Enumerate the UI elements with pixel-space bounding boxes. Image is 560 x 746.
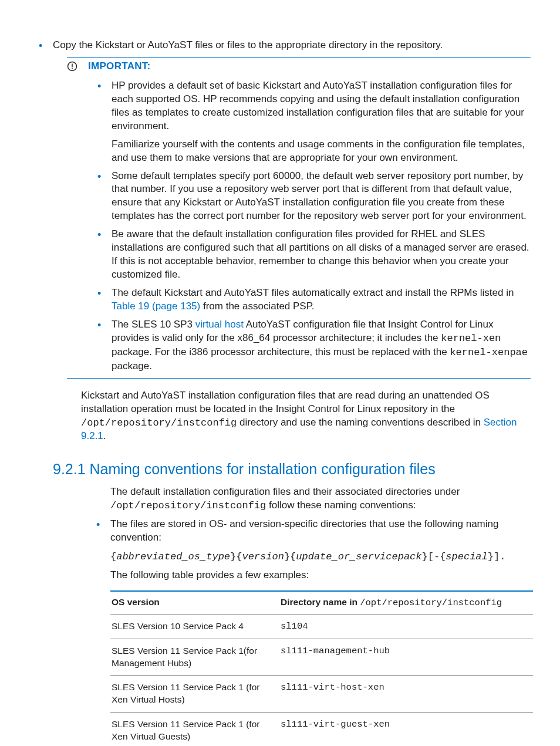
text: The SLES 10 SP3: [112, 319, 195, 330]
paragraph: The default installation configuration f…: [110, 485, 531, 513]
code: kernel-xenpae: [450, 347, 528, 358]
text: .: [103, 430, 106, 441]
code: /opt/repository/instconfig: [110, 500, 266, 511]
text: The default installation configuration f…: [110, 486, 460, 497]
brace: }{: [230, 551, 242, 562]
table-reference-link[interactable]: Table 19 (page 135): [112, 301, 200, 312]
brace: }].: [488, 551, 506, 562]
list-item: Be aware that the default installation c…: [88, 228, 531, 282]
os-version-cell: SLES Version 11 Service Pack 1 (for Xen …: [110, 676, 279, 713]
code: /opt/repository/instconfig: [360, 598, 502, 608]
alert-icon: [67, 61, 77, 72]
code: /opt/repository/instconfig: [81, 417, 237, 428]
directory-cell: sl111-management-hub: [279, 639, 533, 676]
os-version-cell: SLES Version 11 Service Pack 1 (for Xen …: [110, 713, 279, 746]
glossary-term[interactable]: virtual host: [195, 319, 244, 330]
placeholder: update_or_servicepack: [296, 551, 421, 562]
os-version-cell: SLES Version 11 Service Pack 1(for Manag…: [110, 639, 279, 676]
text: Kickstart and AutoYaST installation conf…: [81, 390, 490, 414]
paragraph: The following table provides a few examp…: [110, 569, 531, 582]
brace: }{: [284, 551, 296, 562]
naming-pattern: {abbreviated_os_type}{version}{update_or…: [110, 551, 531, 564]
text: from the associated PSP.: [200, 301, 314, 312]
placeholder: special: [446, 551, 487, 562]
section-heading: 9.2.1 Naming conventions for installatio…: [53, 460, 531, 480]
text: follow these naming conventions:: [266, 499, 416, 511]
list-item: Copy the Kickstart or AutoYaST files or …: [29, 39, 531, 52]
divider: [67, 57, 531, 58]
naming-examples-table: OS version Directory name in /opt/reposi…: [110, 590, 533, 746]
list-item: HP provides a default set of basic Kicks…: [88, 79, 531, 165]
list-item: The default Kickstart and AutoYaST files…: [88, 286, 531, 313]
text: package. For the i386 processor architec…: [112, 346, 450, 357]
paragraph: HP provides a default set of basic Kicks…: [112, 79, 531, 133]
text: Directory name in: [281, 597, 360, 607]
brace: }[-{: [422, 551, 446, 562]
svg-rect-2: [72, 68, 73, 69]
table-row: SLES Version 11 Service Pack 1(for Manag…: [110, 639, 533, 676]
section-bullet-list: The files are stored in OS- and version-…: [87, 518, 531, 746]
important-header-row: IMPORTANT:: [67, 60, 531, 76]
brace: {: [110, 551, 116, 562]
list-item: The SLES 10 SP3 virtual host AutoYaST co…: [88, 318, 531, 373]
table-header: OS version: [110, 591, 279, 614]
divider: [67, 378, 531, 379]
directory-cell: sl111-virt-host-xen: [279, 676, 533, 713]
important-label: IMPORTANT:: [88, 60, 531, 73]
table-row: SLES Version 11 Service Pack 1 (for Xen …: [110, 713, 533, 746]
section-body: The default installation configuration f…: [110, 485, 531, 746]
text: directory and use the naming conventions…: [237, 417, 484, 428]
placeholder: version: [242, 551, 284, 562]
paragraph: Familiarize yourself with the contents a…: [112, 138, 531, 165]
text: package.: [112, 360, 152, 372]
os-version-cell: SLES Version 10 Service Pack 4: [110, 614, 279, 639]
svg-rect-1: [72, 63, 73, 67]
text: The files are stored in OS- and version-…: [110, 518, 498, 543]
list-item: Some default templates specify port 6000…: [88, 170, 531, 224]
placeholder: abbreviated_os_type: [116, 551, 230, 562]
document-page: Copy the Kickstart or AutoYaST files or …: [0, 0, 560, 746]
paragraph: Some default templates specify port 6000…: [112, 170, 531, 224]
directory-cell: sl104: [279, 614, 533, 639]
paragraph: Be aware that the default installation c…: [112, 228, 531, 282]
important-list: HP provides a default set of basic Kicks…: [88, 79, 531, 373]
text: The default Kickstart and AutoYaST files…: [112, 287, 514, 298]
directory-cell: sl111-virt-guest-xen: [279, 713, 533, 746]
top-bullet-list: Copy the Kickstart or AutoYaST files or …: [29, 39, 531, 52]
table-header: Directory name in /opt/repository/instco…: [279, 591, 533, 614]
table-row: SLES Version 10 Service Pack 4sl104: [110, 614, 533, 639]
table-row: SLES Version 11 Service Pack 1 (for Xen …: [110, 676, 533, 713]
paragraph: Kickstart and AutoYaST installation conf…: [81, 389, 531, 444]
code: kernel-xen: [441, 333, 501, 344]
list-item: The files are stored in OS- and version-…: [87, 518, 531, 746]
